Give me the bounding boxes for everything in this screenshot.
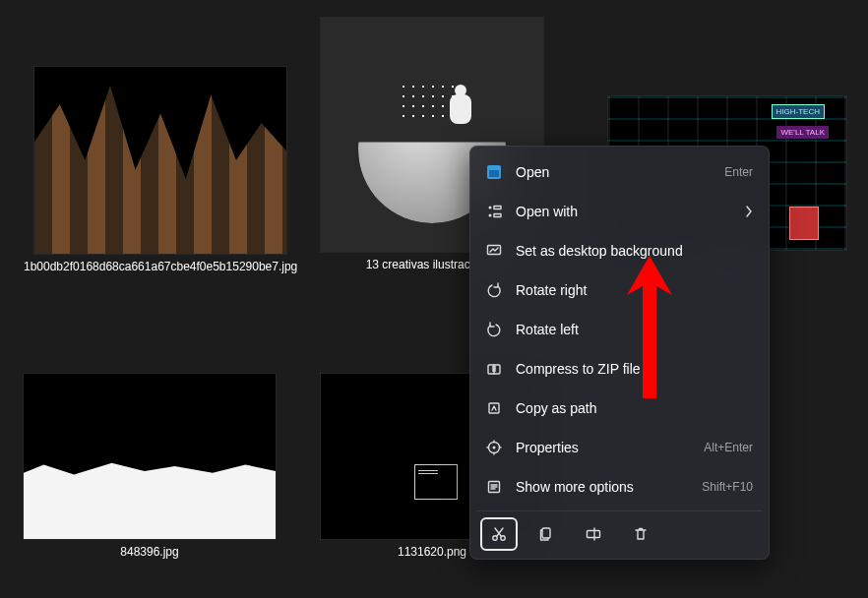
copy-icon [537,525,555,543]
menu-item-open[interactable]: Open Enter [476,152,763,192]
menu-item-label: Open with [516,204,731,219]
menu-item-open-with[interactable]: Open with [476,192,763,231]
file-thumbnail[interactable]: 1b00db2f0168d68ca661a67cbe4f0e5b15290be7… [24,67,297,275]
path-icon [486,400,502,416]
menu-item-hint: Shift+F10 [702,480,753,494]
menu-item-label: Show more options [516,479,688,495]
menu-item-rotate-left[interactable]: Rotate left [476,310,763,349]
rename-icon [585,525,602,543]
svg-rect-8 [489,403,499,413]
menu-item-compress-zip[interactable]: Compress to ZIP file [476,349,763,389]
neon-sign: HIGH-TECH [772,104,825,119]
menu-item-properties[interactable]: Properties Alt+Enter [476,428,763,467]
menu-item-label: Compress to ZIP file [516,361,753,377]
svg-point-10 [493,447,496,449]
more-icon [486,479,502,495]
rename-button[interactable] [575,517,612,551]
menu-item-label: Copy as path [516,400,753,416]
svg-rect-14 [542,528,550,538]
open-icon [486,164,502,180]
thumbnail-image [24,374,276,539]
menu-item-label: Rotate right [516,282,753,298]
desktop-icon [486,243,502,259]
svg-rect-4 [494,207,501,209]
context-menu-toolbar [476,510,763,553]
scissors-icon [490,525,508,543]
menu-item-label: Set as desktop background [516,243,753,259]
svg-point-2 [489,207,492,209]
neon-sign: WE'LL TALK [776,126,829,139]
menu-item-copy-path[interactable]: Copy as path [476,389,763,428]
menu-item-set-desktop-background[interactable]: Set as desktop background [476,231,763,270]
menu-item-label: Rotate left [516,322,753,337]
context-menu: Open Enter Open with Set as desktop back… [469,146,770,560]
openwith-icon [486,204,502,219]
menu-item-hint: Enter [724,165,753,179]
chevron-right-icon [745,206,753,217]
menu-item-rotate-right[interactable]: Rotate right [476,270,763,310]
menu-item-label: Properties [516,440,690,455]
rotater-icon [486,282,502,298]
cut-button[interactable] [480,517,518,551]
svg-rect-5 [494,214,501,217]
props-icon [486,440,502,455]
trash-icon [632,525,650,543]
thumbnail-caption: 1b00db2f0168d68ca661a67cbe4f0e5b15290be7… [24,260,297,275]
thumbnail-image [34,67,286,254]
menu-item-label: Open [516,164,711,180]
zip-icon [486,361,502,377]
delete-button[interactable] [622,517,659,551]
thumbnail-caption: 1131620.png [398,545,466,561]
svg-point-3 [489,214,492,217]
menu-item-hint: Alt+Enter [704,441,753,454]
thumbnail-caption: 848396.jpg [120,545,178,561]
rotatel-icon [486,322,502,337]
svg-rect-1 [489,170,499,177]
svg-rect-15 [588,531,600,538]
menu-item-show-more-options[interactable]: Show more options Shift+F10 [476,467,763,507]
file-thumbnail[interactable]: 848396.jpg [24,374,276,561]
copy-button[interactable] [527,517,565,551]
